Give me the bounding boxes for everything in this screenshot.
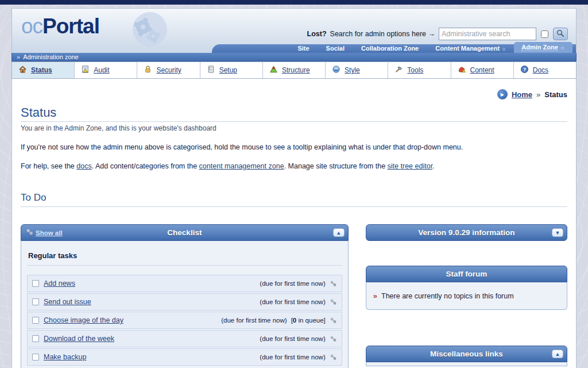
misc-links-collapse-button[interactable]: ▲ (552, 350, 563, 358)
zone-bar-marker: » (17, 53, 20, 60)
menu-item-docs[interactable]: ? Docs (513, 62, 576, 78)
content-management-zone-link[interactable]: content management zone (199, 162, 284, 170)
admin-menu-bar: Status Audit Security Setup Structure St… (11, 62, 577, 79)
task-due-label: (due for first time now) (260, 280, 325, 287)
misc-links-body (366, 362, 567, 366)
content-shapes-icon (458, 65, 466, 76)
docs-link[interactable]: docs (76, 162, 91, 170)
search-prompt-label: Search for admin options here → (330, 30, 435, 38)
staff-forum-body: » There are currently no topics in this … (366, 282, 567, 310)
admin-search-bar: Lost? Search for admin options here → (307, 28, 568, 40)
sphere-icon (332, 65, 341, 76)
task-row-make-backup: Make backup (due for first time now) (27, 348, 342, 366)
task-due-label: (due for first time now) (260, 354, 325, 361)
magnifier-icon (556, 29, 564, 39)
task-options-icon[interactable] (330, 317, 337, 324)
menu-item-setup[interactable]: Setup (200, 62, 262, 78)
question-circle-icon: ? (520, 65, 529, 76)
task-link[interactable]: Choose image of the day (44, 316, 123, 324)
task-link[interactable]: Add news (44, 279, 75, 288)
task-options-icon[interactable] (330, 354, 337, 361)
checklist-title: Checklist (21, 228, 348, 237)
task-queue-label: [0 in queue] (291, 317, 326, 324)
logo-portal-text: Portal (42, 14, 99, 38)
audit-clipboard-icon (81, 65, 90, 76)
task-due-label: (due for first time now) (221, 317, 287, 324)
page-subtitle: You are in the Admin Zone, and this is y… (21, 121, 567, 132)
gear-cluster-icon (26, 228, 33, 237)
tab-social[interactable]: Social (319, 44, 354, 53)
logo-gears-icon (127, 11, 168, 52)
page-title: Status (21, 105, 567, 120)
version-info-title: Version 9.0.29 information (366, 228, 567, 237)
task-checkbox[interactable] (32, 335, 39, 342)
task-link[interactable]: Make backup (44, 353, 86, 361)
gear-icon: ☼ (560, 44, 565, 51)
staff-forum-panel: Staff forum » There are currently no top… (366, 266, 567, 310)
task-options-icon[interactable] (330, 335, 337, 343)
tab-content-management[interactable]: Content Management☼ (428, 44, 514, 53)
tab-site[interactable]: Site (290, 44, 318, 53)
task-checkbox[interactable] (32, 280, 39, 287)
breadcrumb-arrow-icon[interactable]: ▶ (497, 89, 508, 99)
menu-item-tools[interactable]: Tools (388, 62, 450, 78)
task-checkbox[interactable] (32, 354, 39, 361)
tab-collaboration-zone[interactable]: Collaboration Zone (354, 44, 428, 53)
version-info-panel-header: Version 9.0.29 information ▼ (366, 224, 567, 241)
staff-forum-message: There are currently no topics in this fo… (381, 292, 514, 300)
task-due-label: (due for first time now) (260, 335, 325, 342)
search-option-checkbox[interactable] (541, 30, 548, 38)
show-all-link[interactable]: Show all (26, 228, 63, 237)
breadcrumb-current: Status (544, 90, 567, 99)
task-options-icon[interactable] (330, 280, 337, 288)
checklist-collapse-button[interactable]: ▲ (333, 228, 345, 237)
checklist-panel: Show all Checklist ▲ Regular tasks Add n… (21, 224, 349, 368)
site-header: ocPortal Lost? Search for admin options … (11, 8, 577, 53)
misc-links-title: Miscellaneous links (366, 350, 567, 358)
task-row-choose-image: Choose image of the day (due for first t… (27, 312, 342, 329)
task-options-icon[interactable] (330, 298, 337, 306)
browser-top-strip (0, 0, 588, 5)
menu-item-audit[interactable]: Audit (74, 62, 137, 78)
svg-text:?: ? (523, 66, 526, 72)
task-row-add-news: Add news (due for first time now) (27, 275, 342, 292)
admin-search-input[interactable] (439, 28, 536, 40)
task-checkbox[interactable] (32, 298, 39, 305)
logo-oc-text: oc (21, 14, 42, 38)
gear-icon: ☼ (501, 45, 506, 52)
hammer-icon (394, 65, 403, 76)
task-row-download-of-week: Download of the week (due for first time… (27, 330, 342, 347)
breadcrumb: ▶ Home » Status (21, 89, 567, 99)
task-due-label: (due for first time now) (260, 298, 325, 305)
task-row-send-out-issue: Send out issue (due for first time now) (27, 293, 342, 310)
task-checkbox[interactable] (32, 317, 39, 324)
collapse-up-icon: ▲ (336, 230, 341, 236)
dashboard-columns: Show all Checklist ▲ Regular tasks Add n… (21, 224, 567, 368)
list-marker-icon: » (373, 292, 377, 300)
intro-paragraph: If you're not sure how the admin menu ab… (21, 143, 567, 151)
misc-links-panel-header: Miscellaneous links ▲ (366, 346, 567, 362)
home-icon (18, 65, 27, 76)
checklist-body: Regular tasks Add news (due for first ti… (21, 241, 349, 368)
menu-item-status[interactable]: Status (12, 62, 74, 78)
task-link[interactable]: Send out issue (44, 298, 91, 306)
task-link[interactable]: Download of the week (44, 335, 114, 343)
breadcrumb-home-link[interactable]: Home (512, 90, 532, 99)
menu-item-content[interactable]: Content (451, 62, 513, 78)
menu-item-security[interactable]: Security (137, 62, 199, 78)
page-container: ocPortal Lost? Search for admin options … (11, 8, 577, 368)
site-tree-editor-link[interactable]: site tree editor (388, 162, 433, 170)
todo-section-heading: To Do (21, 192, 567, 207)
breadcrumb-separator: » (536, 90, 540, 99)
collapse-up-icon: ▲ (555, 351, 560, 357)
checklist-header: Show all Checklist ▲ (21, 224, 349, 241)
version-expand-button[interactable]: ▼ (552, 228, 563, 237)
search-lost-label: Lost? (307, 30, 327, 38)
search-button[interactable] (553, 28, 568, 40)
menu-item-style[interactable]: Style (325, 62, 388, 78)
administration-zone-bar: » Administration zone (11, 53, 577, 62)
zone-bar-label: Administration zone (23, 53, 79, 60)
tab-admin-zone[interactable]: Admin Zone☼ (514, 42, 572, 53)
menu-item-structure[interactable]: Structure (262, 62, 325, 78)
staff-forum-header: Staff forum (366, 266, 567, 282)
